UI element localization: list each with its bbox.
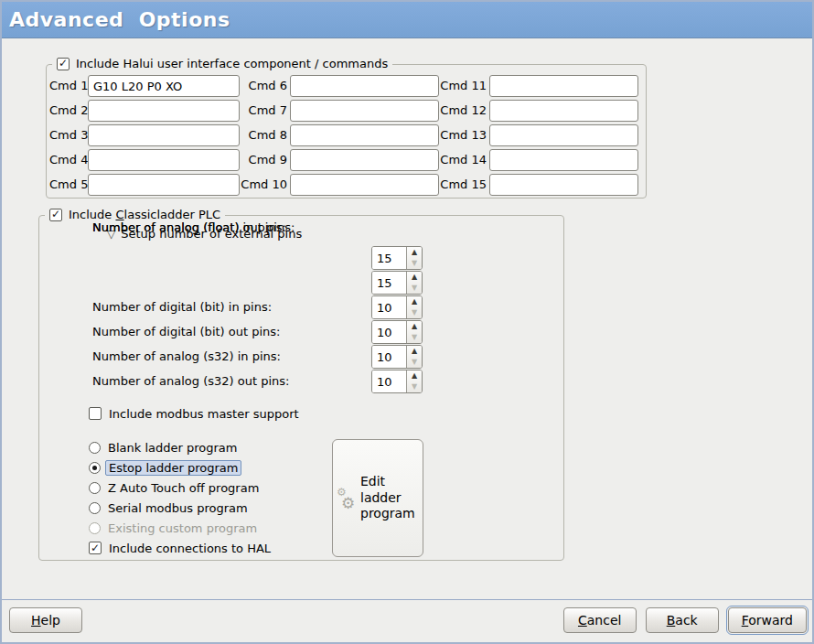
advanced-options-dialog: Advanced Options ✓ Include Halui user in…: [0, 0, 814, 644]
help-button[interactable]: Help: [9, 607, 82, 633]
spin-down-button[interactable]: ▼: [407, 381, 422, 392]
cmd-11-input[interactable]: [489, 75, 638, 97]
check-icon: ✓: [91, 542, 100, 553]
halui-frame-label[interactable]: Include Halui user interface component /…: [76, 57, 388, 70]
analog-float-out-row: Number of analog (float) out pins:: [92, 216, 295, 240]
spin-down-button[interactable]: ▼: [407, 258, 422, 269]
check-icon: ✓: [59, 58, 68, 69]
spin-up-button[interactable]: ▲: [407, 370, 422, 381]
spin-down-button[interactable]: ▼: [407, 307, 422, 318]
title-bar: Advanced Options: [2, 2, 812, 38]
spin-up-button[interactable]: ▲: [407, 272, 422, 283]
cmd-11-label: Cmd 11: [439, 75, 489, 97]
modbus-master-label[interactable]: Include modbus master support: [109, 407, 299, 421]
back-button[interactable]: Back: [646, 607, 719, 633]
digital-bit-in-row: Number of digital (bit) in pins:: [92, 295, 272, 319]
halui-frame-legend: ✓ Include Halui user interface component…: [52, 57, 392, 70]
cmd-15-input[interactable]: [489, 174, 638, 196]
cmd-8-input[interactable]: [290, 124, 439, 146]
spin-up-button[interactable]: ▲: [407, 346, 422, 357]
modbus-master-checkbox[interactable]: [89, 407, 102, 420]
digital-bit-in-input[interactable]: [372, 247, 406, 269]
digital-bit-in-label: Number of digital (bit) in pins:: [92, 295, 272, 319]
cmd-10-label: Cmd 10: [240, 174, 290, 196]
analog-s32-out-row: Number of analog (s32) out pins:: [92, 370, 289, 393]
hal-connections-row: ✓ Include connections to HAL: [89, 541, 271, 555]
analog-s32-in-row: Number of analog (s32) in pins:: [92, 345, 281, 369]
forward-button[interactable]: Forward: [728, 607, 807, 633]
digital-bit-out-label: Number of digital (bit) out pins:: [92, 320, 280, 344]
digital-bit-out-input[interactable]: [372, 272, 406, 294]
radio-label[interactable]: Serial modbus program: [108, 501, 248, 515]
radio-button[interactable]: [89, 442, 101, 454]
spin-down-button[interactable]: ▼: [407, 357, 422, 368]
cmd-13-input[interactable]: [489, 124, 638, 146]
radio-button[interactable]: [89, 482, 101, 494]
cmd-13-label: Cmd 13: [439, 124, 489, 146]
analog-s32-out-label: Number of analog (s32) out pins:: [92, 370, 289, 393]
radio-label[interactable]: Blank ladder program: [108, 441, 237, 455]
digital-bit-out-spinbox: ▲▼: [371, 271, 423, 295]
cmd-7-input[interactable]: [290, 100, 439, 122]
radio-blank-ladder: Blank ladder program: [89, 440, 237, 455]
edit-ladder-button-label: Edit ladder program: [360, 474, 419, 522]
radio-serial-modbus: Serial modbus program: [89, 500, 248, 515]
page-title: Advanced Options: [9, 8, 230, 31]
cmd-1-label: Cmd 1: [49, 75, 88, 97]
cmd-9-input[interactable]: [290, 149, 439, 171]
classicladder-checkbox[interactable]: ✓: [49, 209, 62, 221]
check-icon: ✓: [51, 209, 60, 220]
halui-checkbox[interactable]: ✓: [57, 58, 70, 70]
cmd-8-label: Cmd 8: [240, 124, 290, 146]
radio-button-selected[interactable]: [89, 462, 101, 474]
spin-down-button[interactable]: ▼: [407, 283, 422, 294]
action-button-row: Help Cancel Back Forward: [2, 600, 812, 641]
radio-existing-custom: Existing custom program: [89, 521, 257, 535]
cmd-6-label: Cmd 6: [240, 75, 290, 97]
digital-bit-out-row: Number of digital (bit) out pins:: [92, 320, 280, 344]
cmd-15-label: Cmd 15: [439, 174, 489, 196]
spin-up-button[interactable]: ▲: [407, 321, 422, 332]
cmd-2-input[interactable]: [88, 100, 240, 122]
cmd-4-input[interactable]: [88, 149, 240, 171]
spin-up-button[interactable]: ▲: [407, 247, 422, 258]
analog-float-out-label: Number of analog (float) out pins:: [92, 216, 295, 240]
analog-float-in-input[interactable]: [372, 346, 406, 368]
analog-s32-out-input[interactable]: [372, 321, 406, 343]
analog-float-in-spinbox: ▲▼: [371, 345, 423, 369]
cmd-3-input[interactable]: [88, 124, 240, 146]
cmd-2-label: Cmd 2: [49, 100, 88, 122]
radio-estop-ladder: Estop ladder program: [89, 460, 241, 475]
modbus-master-row: Include modbus master support: [89, 406, 299, 421]
classicladder-frame: ✓ Include Classicladder PLC ▽ Setup numb…: [38, 215, 564, 561]
page-content: ✓ Include Halui user interface component…: [2, 38, 812, 600]
cmd-6-input[interactable]: [290, 75, 439, 97]
cmd-12-label: Cmd 12: [439, 100, 489, 122]
hal-connections-label[interactable]: Include connections to HAL: [109, 542, 271, 555]
analog-float-out-spinbox: ▲▼: [371, 370, 423, 393]
cmd-10-input[interactable]: [290, 174, 439, 196]
spin-down-button[interactable]: ▼: [407, 332, 422, 343]
analog-float-out-input[interactable]: [372, 370, 406, 392]
cmd-9-label: Cmd 9: [240, 149, 290, 171]
radio-label[interactable]: Estop ladder program: [105, 460, 241, 476]
spin-up-button[interactable]: ▲: [407, 296, 422, 307]
radio-label[interactable]: Z Auto Touch off program: [108, 481, 259, 495]
edit-ladder-button[interactable]: ⚙ ⚙ Edit ladder program: [332, 439, 423, 557]
cmd-12-input[interactable]: [489, 100, 638, 122]
radio-button-disabled: [89, 522, 101, 534]
analog-s32-out-spinbox: ▲▼: [371, 320, 423, 344]
cancel-button[interactable]: Cancel: [563, 607, 637, 633]
radio-label: Existing custom program: [108, 521, 257, 535]
cmd-5-input[interactable]: [88, 174, 240, 196]
cmd-7-label: Cmd 7: [240, 100, 290, 122]
halui-command-grid: Cmd 1 Cmd 6 Cmd 11 Cmd 2 Cmd 7 Cmd 12 Cm…: [47, 65, 646, 196]
hal-connections-checkbox[interactable]: ✓: [89, 542, 102, 554]
radio-button[interactable]: [89, 502, 101, 514]
cmd-3-label: Cmd 3: [49, 124, 88, 146]
halui-frame: ✓ Include Halui user interface component…: [46, 64, 647, 199]
cmd-14-input[interactable]: [489, 149, 638, 171]
cmd-1-input[interactable]: [88, 75, 240, 97]
analog-s32-in-input[interactable]: [372, 296, 406, 318]
digital-bit-in-spinbox: ▲▼: [371, 246, 423, 270]
